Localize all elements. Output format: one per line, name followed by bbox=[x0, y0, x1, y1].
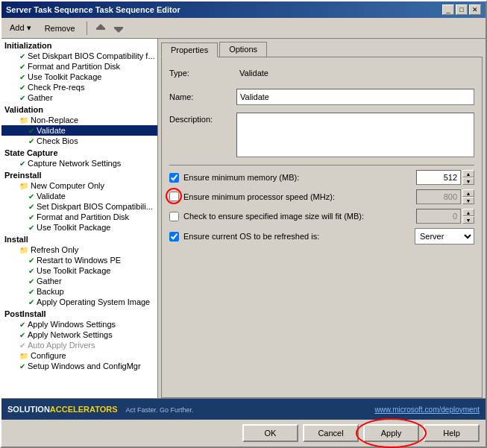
close-button[interactable]: ✕ bbox=[469, 4, 481, 15]
tabs: Properties Options bbox=[158, 39, 486, 57]
tree-item-set-diskpart2[interactable]: ✔ Set Diskpart BIOS Compatibili... bbox=[1, 201, 157, 212]
tree-item-label: Non-Replace bbox=[31, 116, 78, 124]
tree-item-auto-drivers[interactable]: ✔ Auto Apply Drivers bbox=[1, 340, 157, 350]
check-icon: ✔ bbox=[28, 256, 34, 265]
spin-down[interactable]: ▼ bbox=[462, 177, 474, 185]
svg-marker-1 bbox=[96, 24, 105, 28]
section-validation: Validation bbox=[1, 103, 157, 115]
tree-item-label: Validate bbox=[37, 126, 66, 135]
check-icon: ✔ bbox=[28, 213, 34, 221]
spin-up-proc[interactable]: ▲ bbox=[462, 189, 474, 197]
check-icon: ✔ bbox=[28, 267, 34, 275]
title-bar-buttons: _ □ ✕ bbox=[442, 4, 481, 15]
spin-down-proc[interactable]: ▼ bbox=[462, 197, 474, 204]
min-processor-checkbox[interactable] bbox=[169, 192, 179, 201]
help-button[interactable]: Help bbox=[424, 424, 480, 442]
solution-link[interactable]: www.microsoft.com/deployment bbox=[374, 406, 480, 414]
tree-item-backup[interactable]: ✔ Backup bbox=[1, 286, 157, 297]
minimize-button[interactable]: _ bbox=[442, 4, 454, 15]
move-down-icon bbox=[113, 22, 125, 34]
toolbar-icon-1[interactable] bbox=[93, 21, 108, 36]
check-icon: ✔ bbox=[28, 137, 34, 145]
move-up-icon bbox=[95, 22, 107, 34]
check-icon: ✔ bbox=[19, 94, 25, 102]
spinner-buttons: ▲ ▼ bbox=[462, 170, 474, 185]
section-preinstall: Preinstall bbox=[1, 168, 157, 180]
tree-item-format-partition[interactable]: ✔ Format and Partition Disk bbox=[1, 61, 157, 72]
section-install: Install bbox=[1, 233, 157, 244]
tree-item-gather-init[interactable]: ✔ Gather bbox=[1, 92, 157, 103]
tree-item-capture-network[interactable]: ✔ Capture Network Settings bbox=[1, 158, 157, 168]
processor-checkbox-wrapper bbox=[169, 192, 179, 203]
tree-item-check-prereqs[interactable]: ✔ Check Pre-reqs bbox=[1, 82, 157, 92]
min-processor-input[interactable] bbox=[416, 189, 461, 204]
title-bar: Server Task Sequence Task Sequence Edito… bbox=[1, 1, 486, 18]
ok-button[interactable]: OK bbox=[242, 424, 298, 442]
image-size-checkbox[interactable] bbox=[169, 212, 179, 221]
tree-item-label: Check Bios bbox=[37, 136, 78, 145]
tree-item-label: Format and Partition Disk bbox=[28, 62, 120, 71]
add-button[interactable]: Add ▾ bbox=[4, 21, 37, 35]
tree-item-format2[interactable]: ✔ Format and Partition Disk bbox=[1, 212, 157, 222]
section-initialization: Initialization bbox=[1, 39, 157, 51]
svg-marker-3 bbox=[114, 28, 123, 33]
check-icon: ✔ bbox=[28, 277, 34, 285]
section-state-capture: State Capture bbox=[1, 146, 157, 158]
tree-item-apply-network[interactable]: ✔ Apply Network Settings bbox=[1, 329, 157, 340]
tree-item-toolkit2[interactable]: ✔ Use Toolkit Package bbox=[1, 222, 157, 233]
cancel-button[interactable]: Cancel bbox=[303, 424, 359, 442]
image-size-input[interactable] bbox=[416, 209, 461, 224]
left-panel: Initialization ✔ Set Diskpart BIOS Compa… bbox=[1, 39, 158, 398]
description-input[interactable] bbox=[236, 113, 474, 157]
tree-item-validate2[interactable]: ✔ Validate bbox=[1, 191, 157, 201]
tree-item-label: Apply Network Settings bbox=[28, 330, 113, 339]
current-os-checkbox[interactable] bbox=[169, 232, 179, 242]
tab-properties[interactable]: Properties bbox=[161, 42, 218, 57]
tree-item-folder-refresh[interactable]: 📁 Refresh Only bbox=[1, 244, 157, 255]
maximize-button[interactable]: □ bbox=[456, 4, 468, 15]
solution-text: SOLUTIONACCELERATORS bbox=[7, 405, 120, 414]
current-os-select[interactable]: Server Client bbox=[415, 228, 474, 244]
min-memory-row: Ensure minimum memory (MB): ▲ ▼ bbox=[169, 170, 474, 185]
tab-options[interactable]: Options bbox=[219, 42, 267, 57]
tree-item-toolkit[interactable]: ✔ Use Toolkit Package bbox=[1, 72, 157, 82]
spin-up[interactable]: ▲ bbox=[462, 170, 474, 177]
tree-item-gather2[interactable]: ✔ Gather bbox=[1, 276, 157, 286]
tree-item-label: Validate bbox=[37, 192, 66, 201]
button-row: OK Cancel Apply Help bbox=[1, 420, 486, 447]
apply-button-wrapper: Apply bbox=[363, 424, 419, 442]
tree-item-apply-os[interactable]: ✔ Apply Operating System Image bbox=[1, 297, 157, 307]
tree-item-label: Refresh Only bbox=[31, 245, 78, 254]
check-icon: ✔ bbox=[19, 321, 25, 329]
tree-item-apply-windows[interactable]: ✔ Apply Windows Settings bbox=[1, 319, 157, 329]
window-title: Server Task Sequence Task Sequence Edito… bbox=[6, 5, 180, 14]
min-memory-label: Ensure minimum memory (MB): bbox=[183, 173, 412, 182]
min-memory-checkbox[interactable] bbox=[169, 173, 179, 183]
name-input[interactable] bbox=[236, 89, 474, 105]
tree-item-folder-newcomputer[interactable]: 📁 New Computer Only bbox=[1, 180, 157, 191]
tree-item-label: Auto Apply Drivers bbox=[28, 341, 95, 350]
type-input[interactable] bbox=[236, 65, 474, 81]
spin-down-img[interactable]: ▼ bbox=[462, 216, 474, 224]
spinner-buttons-image: ▲ ▼ bbox=[462, 209, 474, 224]
tree-item-setup-configmgr[interactable]: ✔ Setup Windows and ConfigMgr bbox=[1, 361, 157, 371]
tree-item-validate[interactable]: ✔ Validate bbox=[1, 125, 157, 136]
spin-up-img[interactable]: ▲ bbox=[462, 209, 474, 216]
right-panel: Properties Options Type: Name: Descripti… bbox=[158, 39, 486, 398]
tree-item-folder-nonreplace[interactable]: 📁 Non-Replace bbox=[1, 115, 157, 125]
toolbar-icon-2[interactable] bbox=[111, 21, 126, 36]
tree-item-configure[interactable]: 📁 Configure bbox=[1, 350, 157, 361]
tree-item-label: Set Diskpart BIOS Compatibility f... bbox=[28, 51, 155, 60]
folder-icon: 📁 bbox=[19, 352, 28, 360]
tree-item-set-diskpart[interactable]: ✔ Set Diskpart BIOS Compatibility f... bbox=[1, 51, 157, 61]
divider bbox=[169, 165, 474, 165]
min-memory-input[interactable] bbox=[416, 170, 461, 185]
tree-item-restart-windows-pe[interactable]: ✔ Restart to Windows PE bbox=[1, 255, 157, 265]
toolbar: Add ▾ Remove bbox=[1, 18, 486, 39]
check-icon: ✔ bbox=[19, 73, 25, 81]
tree-item-toolkit3[interactable]: ✔ Use Toolkit Package bbox=[1, 265, 157, 276]
apply-button[interactable]: Apply bbox=[363, 424, 419, 442]
check-icon: ✔ bbox=[28, 203, 34, 211]
remove-button[interactable]: Remove bbox=[40, 22, 81, 35]
tree-item-check-bios[interactable]: ✔ Check Bios bbox=[1, 136, 157, 146]
